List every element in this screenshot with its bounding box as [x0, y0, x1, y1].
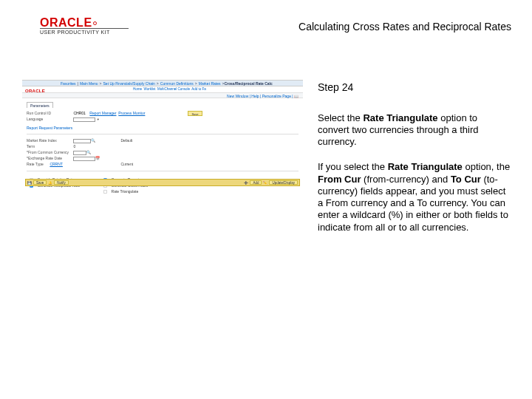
page-title: Calculating Cross Rates and Reciprocal R… [299, 21, 511, 33]
instruction-para-1: Select the Rate Triangulate option to co… [318, 112, 511, 149]
header: ORACLE USER PRODUCTIVITY KIT Calculating… [0, 0, 532, 44]
top-links: Home Worklist MultiChannel Console Add t… [22, 86, 303, 92]
update-display-button[interactable]: Update/Display [269, 180, 298, 185]
instruction-panel: Step 24 Select the Rate Triangulate opti… [318, 81, 511, 247]
label-exchange-rate-date: *Exchange Rate Date [27, 156, 72, 161]
save-button[interactable]: Save [33, 180, 47, 185]
checkbox-rate-triangulate[interactable] [103, 190, 107, 194]
bottom-toolbar: 💾Save 🔔Notify ➕Add ✏️Update/Display [25, 179, 300, 186]
value-run-control: CHR01 [73, 111, 85, 115]
step-label: Step 24 [318, 81, 511, 95]
notify-button[interactable]: Notify [54, 180, 69, 185]
logo-subtitle: USER PRODUCTIVITY KIT [40, 30, 110, 35]
label-language: Language [27, 117, 72, 122]
label-from-currency: *From Common Currency [27, 150, 72, 155]
exchange-rate-date-input[interactable] [73, 157, 95, 161]
text-default: Default [120, 138, 133, 143]
history-bar: New Window | Help | Personalize Page | 📖 [22, 92, 303, 98]
breadcrumb: Favorites|Main Menu>Set Up Financials/Su… [22, 80, 303, 86]
value-term: 0 [73, 144, 75, 149]
from-currency-input[interactable] [73, 151, 86, 155]
add-button[interactable]: Add [250, 180, 262, 185]
label-term: Term [27, 144, 72, 149]
market-rate-index-input[interactable] [73, 139, 91, 143]
instruction-para-2: If you select the Rate Triangulate optio… [318, 161, 511, 233]
language-select[interactable] [73, 117, 95, 122]
label-market-rate-index: Market Rate Index [27, 138, 72, 143]
oracle-mini-logo: ORACLE [25, 89, 45, 93]
logo-divider [40, 28, 129, 29]
tab-parameters[interactable]: Parameters [27, 102, 53, 108]
label-rate-type: Rate Type [27, 162, 49, 167]
rate-type-link[interactable]: CRRNT [50, 162, 63, 166]
section-header: Report Request Parameters [27, 126, 299, 131]
run-button[interactable]: Save [188, 111, 202, 116]
app-screenshot: Favorites|Main Menu>Set Up Financials/Su… [22, 80, 303, 191]
text-current: Current [120, 162, 133, 167]
link-report-manager[interactable]: Report Manager [89, 111, 116, 115]
label-run-control: Run Control ID [27, 111, 72, 116]
link-process-monitor[interactable]: Process Monitor [118, 111, 145, 115]
